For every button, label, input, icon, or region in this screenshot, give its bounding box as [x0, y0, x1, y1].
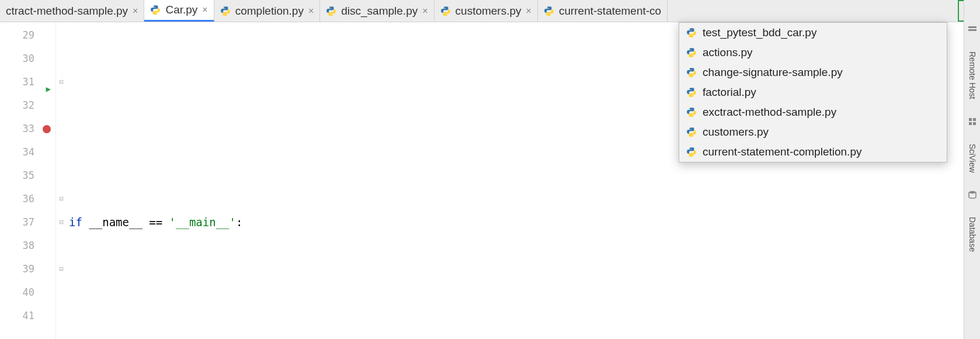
python-file-icon — [686, 47, 697, 58]
line-number: 33 — [0, 117, 55, 140]
line-number-gutter[interactable]: 29 30 31▶ 32 33 34 35 36 37 38 39 40 41 — [0, 22, 56, 339]
python-file-icon — [220, 6, 231, 16]
tab-label: ctract-method-sample.py — [6, 5, 128, 18]
dropdown-file-label: factorial.py — [703, 86, 756, 99]
svg-point-5 — [332, 13, 333, 14]
line-number: 29 — [0, 23, 55, 47]
dropdown-file-item[interactable]: factorial.py — [679, 82, 947, 102]
svg-point-16 — [969, 191, 976, 193]
svg-rect-12 — [969, 118, 972, 121]
tab-customers[interactable]: customers.py × — [435, 0, 538, 22]
dropdown-file-label: test_pytest_bdd_car.py — [703, 26, 816, 39]
svg-point-4 — [329, 7, 330, 8]
svg-point-2 — [223, 7, 224, 8]
svg-rect-13 — [973, 118, 976, 121]
tool-database[interactable]: Database — [968, 217, 977, 252]
svg-point-0 — [154, 6, 154, 7]
svg-point-3 — [227, 13, 227, 14]
svg-rect-10 — [968, 26, 976, 28]
python-file-icon — [326, 6, 336, 16]
python-file-icon — [686, 147, 697, 157]
tool-remote-host[interactable]: Remote Host — [968, 51, 977, 99]
close-icon[interactable]: × — [526, 6, 531, 16]
dropdown-file-label: current-statement-completion.py — [703, 146, 861, 158]
line-number: 35 — [0, 164, 55, 187]
tab-label: disc_sample.py — [341, 5, 418, 18]
line-number: 36 — [0, 187, 55, 210]
fold-gutter: ⊟ ⊟ ⊟ ⊟ — [56, 22, 67, 339]
tab-label: current-statement-co — [559, 5, 661, 18]
close-icon[interactable]: × — [308, 6, 314, 16]
python-file-icon — [544, 6, 554, 16]
dropdown-file-item[interactable]: exctract-method-sample.py — [679, 102, 947, 122]
line-number: 38 — [0, 234, 55, 257]
svg-point-7 — [447, 13, 447, 14]
line-number: 32 — [0, 94, 55, 117]
dropdown-file-item[interactable]: test_pytest_bdd_car.py — [679, 23, 947, 43]
close-icon[interactable]: × — [133, 6, 138, 16]
svg-rect-11 — [968, 29, 976, 31]
line-number: 39 — [0, 257, 55, 281]
python-file-icon — [686, 27, 697, 38]
dropdown-file-item[interactable]: customers.py — [679, 122, 947, 142]
tab-disc-sample[interactable]: disc_sample.py × — [320, 0, 434, 22]
python-file-icon — [686, 67, 697, 78]
dropdown-file-item[interactable]: change-signature-sample.py — [679, 63, 947, 82]
svg-rect-15 — [973, 122, 976, 125]
tab-completion[interactable]: completion.py × — [214, 0, 321, 22]
fold-toggle-icon[interactable]: ⊟ — [56, 70, 67, 94]
line-number: 34 — [0, 140, 55, 164]
python-file-icon — [686, 107, 697, 117]
fold-toggle-icon[interactable]: ⊟ — [56, 210, 67, 234]
tab-label: customers.py — [456, 5, 522, 18]
dropdown-file-label: customers.py — [703, 126, 769, 139]
tab-current-statement[interactable]: current-statement-co — [538, 0, 668, 22]
line-number: 31▶ — [0, 70, 55, 94]
line-number: 40 — [0, 281, 55, 304]
svg-point-9 — [550, 13, 551, 14]
tab-overflow-dropdown: test_pytest_bdd_car.py actions.py change… — [679, 22, 947, 162]
tab-label: Car.py — [165, 4, 197, 16]
dropdown-file-item[interactable]: actions.py — [679, 43, 947, 63]
svg-point-8 — [547, 7, 547, 8]
breakpoint-icon[interactable] — [43, 125, 51, 133]
tool-sciview[interactable]: SciView — [968, 144, 977, 173]
tab-extract-method[interactable]: ctract-method-sample.py × — [0, 0, 144, 22]
python-file-icon — [686, 87, 697, 98]
editor-tab-bar: ctract-method-sample.py × Car.py × compl… — [0, 0, 980, 22]
sciview-icon[interactable] — [968, 117, 977, 126]
svg-point-1 — [157, 13, 158, 13]
line-number: 30 — [0, 47, 55, 70]
svg-rect-14 — [969, 122, 972, 125]
database-icon[interactable] — [968, 190, 977, 199]
dropdown-file-item[interactable]: current-statement-completion.py — [679, 142, 947, 162]
dropdown-file-label: actions.py — [703, 46, 753, 59]
fold-toggle-icon[interactable]: ⊟ — [56, 187, 67, 210]
line-number: 41 — [0, 304, 55, 327]
fold-toggle-icon[interactable]: ⊟ — [56, 257, 67, 281]
dropdown-file-label: exctract-method-sample.py — [703, 106, 836, 119]
close-icon[interactable]: × — [202, 5, 207, 15]
remote-host-icon[interactable] — [968, 25, 977, 34]
tab-label: completion.py — [235, 5, 304, 18]
right-tool-sidebar: Remote Host SciView Database — [964, 0, 980, 339]
python-file-icon — [686, 127, 697, 137]
close-icon[interactable]: × — [422, 6, 428, 16]
svg-point-6 — [443, 7, 444, 8]
python-file-icon — [150, 5, 161, 15]
dropdown-file-label: change-signature-sample.py — [703, 66, 843, 79]
python-file-icon — [440, 6, 451, 16]
tab-car[interactable]: Car.py × — [144, 0, 214, 22]
line-number: 37 — [0, 210, 55, 234]
